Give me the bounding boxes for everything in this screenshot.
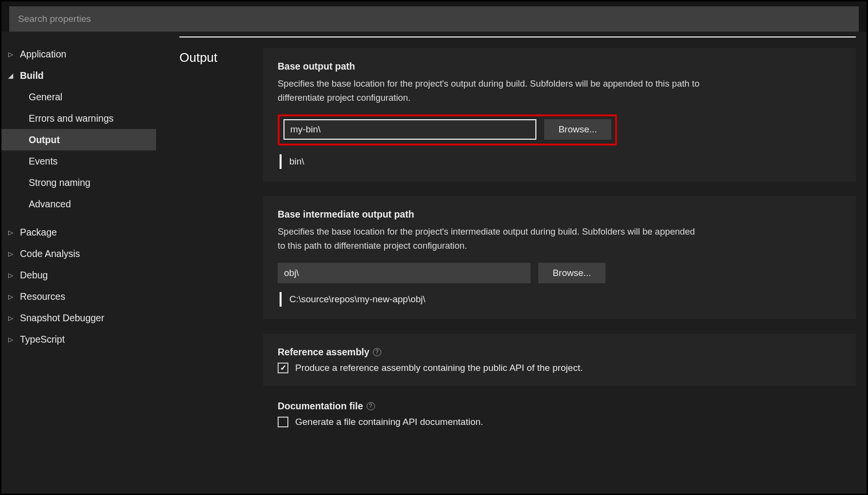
panel-base-intermediate-output-path: Base intermediate output path Specifies … [263,196,856,319]
sidebar-item-label: Strong naming [29,177,90,188]
base-output-path-input[interactable] [283,119,536,140]
sidebar-item-label: Build [20,70,44,81]
section-rule [179,37,856,37]
sidebar-item-label: Errors and warnings [29,113,114,124]
sidebar-item-label: TypeScript [20,334,65,345]
sidebar-item-application[interactable]: ▷ Application [1,43,156,65]
chevron-right-icon: ▷ [8,250,17,257]
sidebar-item-label: Snapshot Debugger [20,312,104,324]
input-row: Browse... [278,263,841,283]
search-bar[interactable] [9,6,859,32]
sidebar-item-debug[interactable]: ▷ Debug [1,264,156,286]
section-heading: Output [160,48,263,442]
panel-title-text: Documentation file [278,401,363,412]
chevron-right-icon: ▷ [8,336,17,343]
checkbox-label: Generate a file containing API documenta… [295,417,483,427]
sidebar-item-label: Output [29,134,60,146]
resolved-value-row: C:\source\repos\my-new-app\obj\ [278,292,841,307]
sidebar-item-code-analysis[interactable]: ▷ Code Analysis [1,243,156,264]
sidebar-item-package[interactable]: ▷ Package [1,221,156,243]
highlight-annotation: Browse... [278,114,617,146]
sidebar-item-errors-warnings[interactable]: Errors and warnings [1,108,156,129]
panel-base-output-path: Base output path Specifies the base loca… [263,48,856,182]
panel-title: Base output path [278,61,841,72]
sidebar-item-output[interactable]: Output [1,129,156,150]
documentation-file-checkbox[interactable] [278,417,288,427]
panel-title: Base intermediate output path [278,209,841,220]
chevron-right-icon: ▷ [8,51,17,58]
help-icon[interactable]: ? [373,348,381,356]
chevron-right-icon: ▷ [8,229,17,236]
chevron-down-icon: ◢ [8,72,17,79]
checkbox-row[interactable]: Generate a file containing API documenta… [278,417,841,427]
panel-description: Specifies the base location for the proj… [278,225,701,253]
resolved-value: bin\ [289,156,304,167]
panel-documentation-file: Documentation file ? Generate a file con… [263,401,856,427]
resolved-value: C:\source\repos\my-new-app\obj\ [289,294,425,305]
sidebar-item-resources[interactable]: ▷ Resources [1,286,156,307]
panel-reference-assembly: Reference assembly ? Produce a reference… [263,334,856,386]
sidebar-item-label: Package [20,227,57,238]
browse-button[interactable]: Browse... [544,119,611,140]
panels: Base output path Specifies the base loca… [263,48,856,442]
resolved-value-row: bin\ [278,154,841,169]
base-intermediate-output-path-input[interactable] [278,263,531,283]
sidebar-item-label: Resources [20,291,65,302]
checkbox-row[interactable]: Produce a reference assembly containing … [278,363,841,373]
content: Output Base output path Specifies the ba… [156,37,867,494]
sidebar-item-label: Debug [20,270,48,281]
search-bar-container [1,6,867,32]
chevron-right-icon: ▷ [8,272,17,279]
panel-title-text: Reference assembly [278,347,370,358]
sidebar-item-build[interactable]: ◢ Build [1,65,156,86]
sidebar-item-general[interactable]: General [1,86,156,108]
indicator-bar [280,154,282,169]
sidebar-item-label: Events [29,156,58,167]
sidebar-item-label: General [29,92,62,103]
sidebar-item-strong-naming[interactable]: Strong naming [1,172,156,193]
panel-title: Reference assembly ? [278,347,841,358]
sidebar-item-typescript[interactable]: ▷ TypeScript [1,329,156,350]
sidebar-item-snapshot-debugger[interactable]: ▷ Snapshot Debugger [1,307,156,329]
sidebar: ▷ Application ◢ Build General Errors and… [1,37,156,494]
sidebar-item-label: Advanced [29,199,71,210]
checkbox-label: Produce a reference assembly containing … [295,363,583,373]
chevron-right-icon: ▷ [8,293,17,300]
body-area: ▷ Application ◢ Build General Errors and… [1,32,867,494]
sidebar-item-events[interactable]: Events [1,150,156,172]
content-inner: Output Base output path Specifies the ba… [160,48,856,442]
chevron-right-icon: ▷ [8,314,17,322]
indicator-bar [280,292,282,307]
sidebar-item-label: Code Analysis [20,248,80,259]
panel-title: Documentation file ? [278,401,841,412]
help-icon[interactable]: ? [367,402,375,410]
window-gap [1,1,867,6]
reference-assembly-checkbox[interactable] [278,363,288,373]
panel-description: Specifies the base location for the proj… [278,77,701,105]
sidebar-item-advanced[interactable]: Advanced [1,193,156,215]
search-input[interactable] [18,14,850,24]
browse-button[interactable]: Browse... [538,263,605,283]
sidebar-item-label: Application [20,49,66,60]
